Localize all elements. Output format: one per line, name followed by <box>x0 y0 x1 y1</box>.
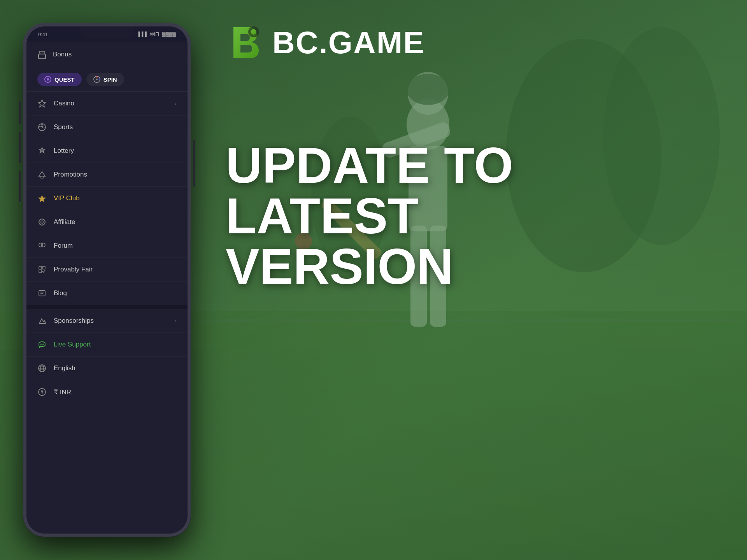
svg-text:₹: ₹ <box>41 390 44 394</box>
menu-separator <box>26 305 188 309</box>
menu-item-vip[interactable]: VIP Club <box>26 187 188 210</box>
menu-content: Bonus QUEST <box>26 42 188 534</box>
blog-label: Blog <box>54 289 67 297</box>
menu-item-sponsorships[interactable]: Sponsorships › <box>26 309 188 333</box>
menu-item-lottery[interactable]: Lottery <box>26 139 188 163</box>
svg-point-16 <box>251 29 256 35</box>
volume-down-button <box>19 101 21 124</box>
pills-row: QUEST SPIN <box>26 67 188 92</box>
sports-label: Sports <box>54 123 73 131</box>
svg-point-30 <box>41 243 45 247</box>
menu-item-provably-fair[interactable]: Provably Fair <box>26 258 188 282</box>
bonus-label: Bonus <box>53 51 72 58</box>
phone-mockup: 9:41 ▐▐▐ WiFi ▓▓▓▓ Bonus <box>23 23 191 537</box>
headline-line2: LATEST <box>226 191 513 241</box>
bonus-icon <box>37 50 47 59</box>
menu-item-blog[interactable]: Blog <box>26 282 188 305</box>
bonus-row[interactable]: Bonus <box>26 42 188 67</box>
sponsorships-label: Sponsorships <box>54 317 94 325</box>
menu-item-provably-fair-left: Provably Fair <box>37 265 93 274</box>
signal-icon: ▐▐▐ <box>137 32 147 37</box>
provably-fair-icon <box>37 265 47 274</box>
menu-item-blog-left: Blog <box>37 289 67 298</box>
live-support-label: Live Support <box>54 341 91 348</box>
svg-point-19 <box>47 78 49 80</box>
power-button <box>193 140 195 187</box>
right-content-area: BC.GAME UPDATE TO LATEST VERSION <box>195 0 747 560</box>
quest-label: QUEST <box>54 76 75 83</box>
affiliate-icon <box>37 217 47 227</box>
sponsorships-chevron: › <box>175 318 177 324</box>
svg-point-36 <box>42 344 43 345</box>
status-time: 9:41 <box>38 32 48 37</box>
forum-label: Forum <box>54 242 73 250</box>
casino-label: Casino <box>54 100 74 107</box>
menu-item-lottery-left: Lottery <box>37 146 74 156</box>
currency-icon: ₹ <box>37 387 47 397</box>
menu-item-promotions[interactable]: Promotions <box>26 163 188 187</box>
language-icon <box>37 364 47 373</box>
menu-item-inr-left: ₹ ₹ INR <box>37 387 71 397</box>
menu-item-english[interactable]: English <box>26 357 188 380</box>
sponsorships-icon <box>37 316 47 326</box>
quest-pill[interactable]: QUEST <box>37 73 82 86</box>
menu-item-affiliate[interactable]: Affiliate <box>26 210 188 234</box>
english-label: English <box>54 364 75 372</box>
provably-fair-label: Provably Fair <box>54 266 93 273</box>
promotions-label: Promotions <box>54 171 87 178</box>
phone-screen: 9:41 ▐▐▐ WiFi ▓▓▓▓ Bonus <box>26 26 188 534</box>
casino-icon <box>37 99 47 108</box>
menu-item-sponsorships-left: Sponsorships <box>37 316 94 326</box>
menu-item-sports[interactable]: Sports <box>26 116 188 139</box>
svg-rect-17 <box>39 54 46 59</box>
forum-icon <box>37 241 47 250</box>
menu-item-live-support[interactable]: Live Support <box>26 333 188 357</box>
lottery-label: Lottery <box>54 147 74 155</box>
svg-marker-22 <box>39 100 46 107</box>
status-icons: ▐▐▐ WiFi ▓▓▓▓ <box>137 32 176 37</box>
silent-button <box>19 171 21 202</box>
menu-item-sports-left: Sports <box>37 122 73 132</box>
logo-text: BC.GAME <box>272 25 425 61</box>
spin-label: SPIN <box>103 76 117 83</box>
svg-point-21 <box>96 79 98 80</box>
svg-point-24 <box>41 150 43 152</box>
svg-point-35 <box>40 344 42 345</box>
vip-label: VIP Club <box>54 194 80 202</box>
live-support-icon <box>37 340 47 349</box>
logo-area: BC.GAME <box>226 23 425 62</box>
menu-item-forum-left: Forum <box>37 241 73 250</box>
menu-item-vip-left: VIP Club <box>37 194 80 203</box>
phone-frame: 9:41 ▐▐▐ WiFi ▓▓▓▓ Bonus <box>23 23 191 537</box>
menu-item-affiliate-left: Affiliate <box>37 217 75 227</box>
inr-label: ₹ INR <box>54 388 71 396</box>
menu-item-forum[interactable]: Forum <box>26 234 188 258</box>
headline-line3: VERSION <box>226 241 513 292</box>
menu-item-inr[interactable]: ₹ ₹ INR <box>26 380 188 404</box>
volume-up-button <box>19 132 21 163</box>
lottery-icon <box>37 146 47 156</box>
blog-icon <box>37 289 47 298</box>
phone-notch <box>80 26 134 39</box>
svg-point-37 <box>43 344 44 345</box>
headline-line1: UPDATE TO <box>226 140 513 191</box>
svg-rect-25 <box>41 176 43 178</box>
svg-rect-34 <box>39 290 45 296</box>
svg-point-28 <box>41 221 43 223</box>
sports-icon <box>37 122 47 132</box>
bcgame-logo-icon <box>226 23 265 62</box>
menu-item-casino-left: Casino <box>37 99 74 108</box>
battery-icon: ▓▓▓▓ <box>162 32 176 37</box>
menu-item-live-support-left: Live Support <box>37 340 91 349</box>
wifi-icon: WiFi <box>150 32 159 37</box>
svg-rect-31 <box>39 266 42 269</box>
vip-icon <box>37 194 47 203</box>
affiliate-label: Affiliate <box>54 218 75 226</box>
casino-chevron: › <box>175 100 177 107</box>
menu-item-casino[interactable]: Casino › <box>26 92 188 116</box>
spin-pill[interactable]: SPIN <box>86 73 124 86</box>
svg-rect-32 <box>42 266 45 269</box>
promotions-icon <box>37 170 47 179</box>
menu-item-english-left: English <box>37 364 75 373</box>
headline-text: UPDATE TO LATEST VERSION <box>226 140 513 292</box>
